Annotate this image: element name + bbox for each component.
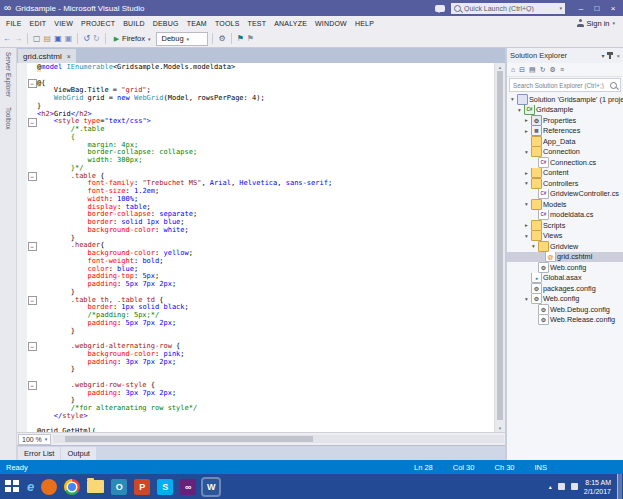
expander-icon[interactable]: ▾: [523, 296, 530, 302]
breakpoint-margin[interactable]: [17, 63, 27, 432]
outlook-icon[interactable]: O: [111, 479, 127, 495]
network-icon[interactable]: [558, 483, 565, 490]
save-icon[interactable]: ▣: [54, 35, 62, 43]
solution-search-input[interactable]: Search Solution Explorer (Ctrl+;): [509, 78, 621, 92]
powerpoint-icon[interactable]: P: [134, 479, 150, 495]
menu-item-test[interactable]: TEST: [244, 20, 271, 27]
scrollbar-thumb[interactable]: [65, 436, 313, 442]
fold-marker[interactable]: −: [27, 343, 37, 351]
flag-teal-icon[interactable]: ⚑: [237, 35, 244, 43]
fold-marker[interactable]: −: [27, 80, 37, 88]
start-debug-button[interactable]: ▶ Firefox ▾: [110, 34, 155, 43]
tree-item-gridviewcontroller-cs[interactable]: C#GridviewController.cs: [507, 189, 623, 200]
tree-item-solution-gridsample-1-project[interactable]: ▾Solution 'Gridsample' (1 project): [507, 94, 623, 105]
fold-marker[interactable]: −: [27, 242, 37, 250]
save-all-icon[interactable]: ▣: [65, 35, 73, 43]
sign-in-button[interactable]: Sign in ▾: [577, 19, 623, 28]
tree-item-web-config[interactable]: ▾⚙Web.config: [507, 294, 623, 305]
tree-item-models[interactable]: ▾Models: [507, 199, 623, 210]
navigate-forward-icon[interactable]: →: [14, 35, 22, 43]
expander-icon[interactable]: ▸: [523, 170, 530, 176]
close-button[interactable]: ×: [605, 4, 621, 13]
build-icon[interactable]: ⚙: [218, 35, 225, 43]
panel-tab-error-list[interactable]: Error List: [18, 447, 60, 460]
horizontal-scrollbar[interactable]: [53, 435, 504, 443]
volume-icon[interactable]: [571, 483, 578, 490]
minimize-button[interactable]: –: [573, 4, 589, 13]
tray-expand-icon[interactable]: ▴: [549, 483, 552, 490]
pin-icon[interactable]: [609, 52, 611, 59]
expander-icon[interactable]: ▸: [523, 117, 530, 123]
maximize-button[interactable]: □: [589, 4, 605, 13]
tree-item-content[interactable]: ▸Content: [507, 168, 623, 179]
expander-icon[interactable]: ▾: [530, 243, 537, 249]
new-file-icon[interactable]: ▢: [33, 35, 41, 43]
tree-item-gridview[interactable]: ▾Gridview: [507, 241, 623, 252]
tool-tab-server-explorer[interactable]: Server Explorer: [5, 52, 12, 97]
menu-item-project[interactable]: PROJECT: [77, 20, 119, 27]
expander-icon[interactable]: ▸: [523, 222, 530, 228]
menu-item-team[interactable]: TEAM: [183, 20, 211, 27]
fold-marker[interactable]: −: [27, 297, 37, 305]
show-desktop-button[interactable]: [617, 474, 622, 499]
fold-marker[interactable]: −: [27, 173, 37, 181]
scroll-up-icon[interactable]: ▴: [495, 64, 505, 70]
code-editor[interactable]: @model IEnumerable<Gridsample.Models.mod…: [27, 63, 494, 432]
word-icon[interactable]: W: [203, 479, 219, 495]
tree-item-global-asax[interactable]: ●Global.asax: [507, 273, 623, 284]
fold-marker[interactable]: −: [27, 382, 37, 390]
firefox-icon[interactable]: [41, 479, 57, 495]
tree-item-connection-cs[interactable]: C#Connection.cs: [507, 157, 623, 168]
undo-icon[interactable]: ↺: [83, 35, 90, 43]
vertical-scrollbar[interactable]: ▴ ▾: [494, 63, 505, 432]
close-tab-icon[interactable]: ×: [67, 53, 71, 60]
expander-icon[interactable]: ▾: [523, 201, 530, 207]
menu-item-edit[interactable]: EDIT: [26, 20, 51, 27]
tree-item-connection[interactable]: ▾Connection: [507, 147, 623, 158]
visual-studio-icon[interactable]: ∞: [180, 479, 196, 495]
expander-icon[interactable]: ▾: [523, 149, 530, 155]
window-position-icon[interactable]: ▾: [601, 52, 604, 59]
feedback-icon[interactable]: [435, 5, 445, 12]
collapse-all-icon[interactable]: ⊟: [519, 66, 525, 74]
menu-item-file[interactable]: FILE: [2, 20, 26, 27]
redo-icon[interactable]: ↻: [93, 35, 100, 43]
menu-item-debug[interactable]: DEBUG: [149, 20, 183, 27]
tree-item-references[interactable]: ▸▦References: [507, 126, 623, 137]
tool-tab-toolbox[interactable]: Toolbox: [5, 107, 12, 129]
menu-item-view[interactable]: VIEW: [50, 20, 77, 27]
skype-icon[interactable]: S: [157, 479, 173, 495]
show-all-files-icon[interactable]: ▤: [529, 66, 536, 74]
clock[interactable]: 8:15 AM 2/1/2017: [584, 478, 611, 496]
open-file-icon[interactable]: ▤: [44, 35, 52, 43]
tree-item-properties[interactable]: ▸⚙Properties: [507, 115, 623, 126]
file-explorer-icon[interactable]: [87, 480, 104, 493]
quick-launch-input[interactable]: Quick Launch (Ctrl+Q) ▾: [451, 3, 565, 14]
refresh-icon[interactable]: ↻: [540, 66, 546, 74]
view-code-icon[interactable]: ≡: [560, 66, 564, 73]
menu-item-analyze[interactable]: ANALYZE: [270, 20, 311, 27]
expander-icon[interactable]: ▾: [509, 96, 516, 102]
tab-grid-cshtml[interactable]: grid.cshtml ×: [18, 49, 76, 63]
tree-item-grid-cshtml[interactable]: @grid.cshtml: [507, 252, 623, 263]
tree-item-views[interactable]: ▾Views: [507, 231, 623, 242]
home-icon[interactable]: ⌂: [511, 66, 515, 73]
tree-item-controllers[interactable]: ▾Controllers: [507, 178, 623, 189]
close-icon[interactable]: ×: [616, 53, 620, 59]
tree-item-app-data[interactable]: App_Data: [507, 136, 623, 147]
menu-item-window[interactable]: WINDOW: [311, 20, 351, 27]
navigate-back-icon[interactable]: ←: [3, 35, 11, 43]
panel-tab-output[interactable]: Output: [61, 447, 96, 460]
start-button[interactable]: [5, 480, 20, 493]
properties-icon[interactable]: ⚙: [550, 66, 556, 74]
scroll-down-icon[interactable]: ▾: [495, 425, 505, 431]
expander-icon[interactable]: ▾: [516, 107, 523, 113]
tree-item-web-config[interactable]: ⚙Web.config: [507, 262, 623, 273]
chrome-icon[interactable]: [64, 479, 80, 495]
tree-item-scripts[interactable]: ▸Scripts: [507, 220, 623, 231]
menu-item-tools[interactable]: TOOLS: [211, 20, 244, 27]
scrollbar-thumb[interactable]: [497, 71, 503, 420]
menu-item-build[interactable]: BUILD: [119, 20, 149, 27]
menu-item-help[interactable]: HELP: [351, 20, 378, 27]
tree-item-gridsample[interactable]: ▾C#Gridsample: [507, 105, 623, 116]
